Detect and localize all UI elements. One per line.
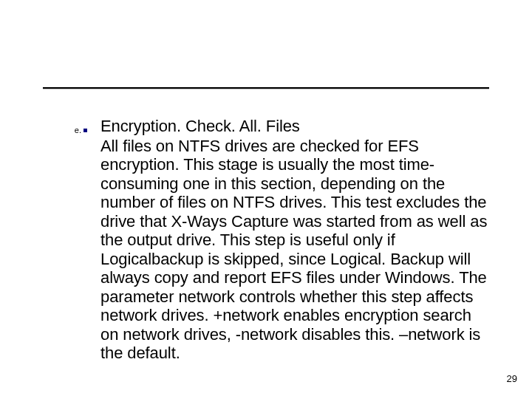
slide: e. Encryption. Check. All. Files All fil… [0,0,532,399]
header-rule-shadow [43,89,489,89]
item-title: Encryption. Check. All. Files [100,117,489,136]
bullet-icon [83,129,87,132]
list-marker-column: e. [43,117,100,136]
list-marker-label: e. [75,126,81,134]
page-number: 29 [507,373,517,384]
content-row: e. Encryption. Check. All. Files All fil… [43,117,489,363]
item-body: All files on NTFS drives are checked for… [100,137,489,363]
list-marker: e. [75,126,87,134]
list-item-text: Encryption. Check. All. Files All files … [100,117,489,363]
